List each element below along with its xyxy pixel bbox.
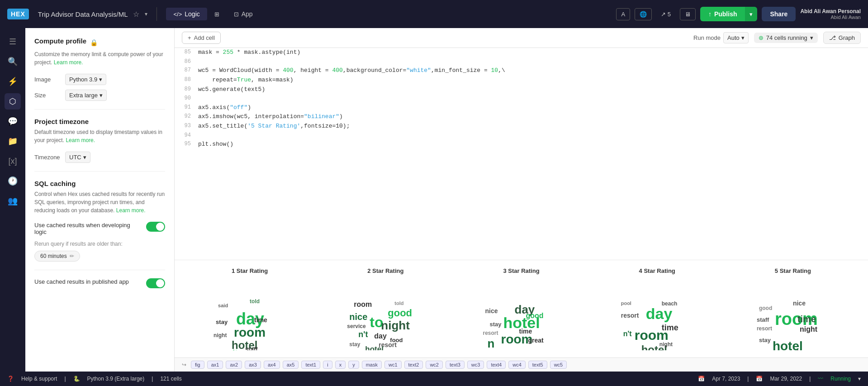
var-ax5[interactable]: ax5	[283, 361, 299, 369]
wc-visual-5: roomhoteltimenightdaynicegoodstaffresort…	[752, 278, 834, 350]
timezone-learn-more-link[interactable]: Learn more.	[66, 137, 95, 143]
use-cached-toggle[interactable]	[146, 222, 165, 232]
cells-count-btn[interactable]: ↗ 5	[656, 9, 675, 20]
code-editor[interactable]: 85 mask = 255 * mask.astype(int) 86 87 w…	[175, 48, 868, 260]
rail-chat-icon[interactable]: 💬	[5, 113, 21, 129]
graph-button[interactable]: ⎇ Graph	[823, 32, 861, 44]
var-y[interactable]: y	[348, 361, 359, 369]
var-i[interactable]: i	[323, 361, 332, 369]
rail-menu-icon[interactable]: ☰	[5, 33, 21, 50]
var-wc5[interactable]: wc5	[550, 361, 567, 369]
var-text1[interactable]: text1	[301, 361, 320, 369]
compute-learn-more-link[interactable]: Learn more.	[54, 59, 83, 66]
rerun-label: Rerun query if results are older than:	[34, 241, 165, 247]
var-ax4[interactable]: ax4	[264, 361, 280, 369]
wc-visual-4: dayroomhoteltimeresortnightn'trestaurant…	[617, 278, 698, 350]
date1: Apr 7, 2023	[712, 376, 740, 382]
code-area: + Add cell Run mode Auto ▾ ⊛ 74 cells ru…	[175, 28, 868, 372]
code-line-91: 91 ax5.axis("off")	[175, 103, 868, 113]
wc-word-5-6: good	[759, 305, 772, 311]
calendar-icon: 📅	[698, 376, 705, 382]
image-value[interactable]: Python 3.9 ▾	[65, 74, 106, 85]
rail-code-icon[interactable]: [x]	[5, 153, 21, 169]
running-chevron[interactable]: ▾	[858, 376, 861, 382]
image-label: Image	[34, 76, 62, 83]
run-mode-select[interactable]: Auto ▾	[723, 32, 749, 43]
wc-word-4-9: beach	[662, 300, 678, 307]
rail-users-icon[interactable]: 👥	[5, 193, 21, 209]
size-value[interactable]: Extra large ▾	[65, 90, 107, 101]
var-ax2[interactable]: ax2	[226, 361, 242, 369]
timezone-value[interactable]: UTC ▾	[65, 152, 90, 163]
status-divider4: |	[809, 376, 811, 382]
rail-lightning-icon[interactable]: ⚡	[5, 73, 21, 90]
rail-cube-icon[interactable]: ⬡	[5, 93, 21, 110]
user-name: Abid Ali Awan Personal	[800, 8, 861, 14]
rail-search-icon[interactable]: 🔍	[5, 53, 21, 70]
cells-running-label: 74 cells running	[766, 34, 807, 41]
var-text5[interactable]: text5	[528, 361, 547, 369]
help-icon: ❓	[7, 376, 14, 382]
star-icon[interactable]: ☆	[133, 10, 139, 19]
wc-word-3-10: resort	[483, 330, 498, 336]
var-text4[interactable]: text4	[487, 361, 506, 369]
tab-logic[interactable]: </> Logic	[166, 8, 207, 20]
var-fig[interactable]: fig	[191, 361, 204, 369]
size-label: Size	[34, 92, 62, 99]
var-wc1[interactable]: wc1	[384, 361, 402, 369]
code-line-90: 90	[175, 94, 868, 103]
cells-count: 121 cells	[160, 376, 181, 382]
publish-dropdown-button[interactable]: ▾	[745, 7, 757, 21]
navbar: HEX Trip Advisor Data Analysis/ML ☆ ▾ </…	[0, 0, 868, 28]
sql-learn-more-link[interactable]: Learn more.	[116, 207, 146, 214]
date2: Mar 29, 2022	[770, 376, 802, 382]
wc-word-3-3: nice	[485, 307, 498, 315]
wc-word-5-2: time	[797, 314, 816, 324]
wc-word-2-2: nice	[349, 312, 367, 322]
python-label[interactable]: Python 3.9 (Extra large)	[87, 376, 145, 382]
rerun-time-badge[interactable]: 60 minutes ✏	[34, 251, 80, 262]
compute-profile-section: Compute profile 🔒 Customize the memory l…	[34, 37, 165, 101]
var-text3[interactable]: text3	[446, 361, 465, 369]
var-x[interactable]: x	[335, 361, 346, 369]
wc-word-1-9: staff	[245, 346, 257, 350]
code-line-92: 92 ax5.imshow(wc5, interpolation="biline…	[175, 112, 868, 122]
wc-word-2-4: good	[388, 307, 412, 319]
wc-visual-3: hoteldayroomnicegoodtimegreatnnightstayr…	[481, 278, 562, 350]
var-ax3[interactable]: ax3	[245, 361, 261, 369]
share-button[interactable]: Share	[762, 7, 796, 21]
project-dropdown-icon[interactable]: ▾	[145, 11, 147, 17]
help-label[interactable]: Help & support	[21, 376, 57, 382]
rail-folder-icon[interactable]: 📁	[5, 133, 21, 149]
tab-app[interactable]: ⊡ App	[227, 8, 260, 20]
timezone-label: Timezone	[34, 154, 62, 161]
rail-clock-icon[interactable]: 🕐	[5, 173, 21, 189]
var-wc3[interactable]: wc3	[467, 361, 484, 369]
nav-divider	[157, 7, 157, 21]
calendar2-icon: 📅	[756, 376, 763, 382]
timezone-chevron: ▾	[83, 154, 86, 161]
font-btn[interactable]: A	[616, 8, 630, 20]
globe-btn[interactable]: 🌐	[635, 8, 652, 20]
add-cell-button[interactable]: + Add cell	[182, 32, 221, 44]
monitor-btn[interactable]: 🖥	[680, 8, 696, 20]
hex-logo[interactable]: HEX	[7, 9, 29, 19]
var-ax1[interactable]: ax1	[207, 361, 223, 369]
size-field-row: Size Extra large ▾	[34, 90, 165, 101]
wc-word-3-5: time	[519, 328, 532, 335]
var-mask[interactable]: mask	[362, 361, 382, 369]
code-line-86: 86	[175, 57, 868, 66]
var-wc4[interactable]: wc4	[508, 361, 526, 369]
var-text2[interactable]: text2	[404, 361, 423, 369]
var-wc2[interactable]: wc2	[426, 361, 443, 369]
var-arrow-icon: ↪	[182, 362, 186, 368]
wc-word-1-6: time	[254, 316, 267, 324]
image-chevron: ▾	[99, 76, 102, 83]
publish-cached-toggle[interactable]	[146, 278, 165, 288]
activity-icon: 〰	[818, 376, 823, 382]
tab-cells[interactable]: ⊞	[207, 8, 227, 20]
wc-word-2-12: stay	[349, 341, 360, 348]
publish-button[interactable]: ↑ Publish	[700, 7, 745, 21]
wc-word-1-8: n't	[227, 348, 238, 350]
code-line-95: 95 plt.show()	[175, 140, 868, 149]
